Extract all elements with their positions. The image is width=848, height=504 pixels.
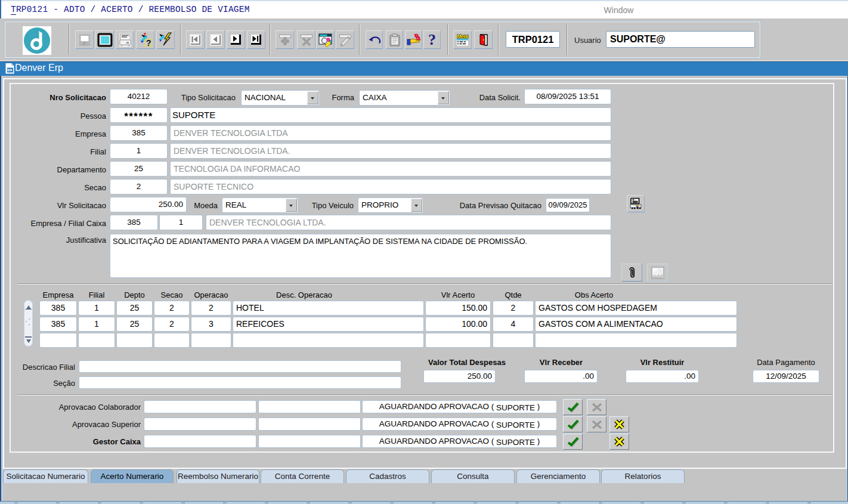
svg-text:Menu: Menu (457, 33, 469, 39)
svg-text:?: ? (146, 38, 151, 47)
